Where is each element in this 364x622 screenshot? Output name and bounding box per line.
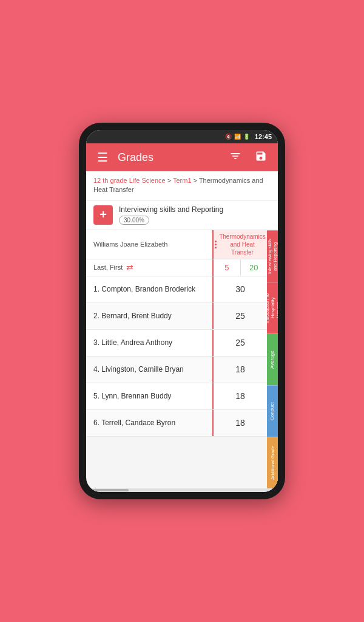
breadcrumb-term: Term1 [173,177,192,184]
phone-screen: 🔇 📶 🔋 12:45 ☰ Grades 12 th grade Life Sc… [86,130,278,492]
student-scores: 18 [212,383,267,409]
student-name: 4. Livingston, Camille Bryan [86,357,212,383]
column-options-button[interactable] [215,241,217,248]
tab-conduct[interactable]: Conduct [267,385,278,437]
student-name: 3. Little, Andrea Anthony [86,330,212,356]
student-name-header: Williams Joane Elizabeth [93,241,205,248]
battery-icon: 🔋 [243,134,250,140]
status-time: 12:45 [255,133,272,140]
table-row[interactable]: 4. Livingston, Camille Bryan 18 [86,357,267,383]
table-row[interactable]: 6. Terrell, Candace Byron 18 [86,410,267,437]
assignment-column-header: Thermodynamics and Heat Transfer [212,230,267,259]
student-score-value: 18 [214,410,267,436]
assignment-info: Interviewing skills and Reporting 30.00% [119,205,271,225]
column-header-row: Williams Joane Elizabeth Thermodynamics … [86,230,267,259]
assignment-header: + Interviewing skills and Reporting 30.0… [86,200,278,230]
breadcrumb-grade: 12 th grade Life Science [93,177,166,184]
breadcrumb-sep1: > [167,177,173,184]
student-name: 6. Terrell, Candace Byron [86,410,212,436]
horizontal-scrollbar[interactable] [86,488,278,492]
save-icon[interactable] [251,149,271,166]
tab-interviewing-skills[interactable]: Interviewing skills and Reporting [267,230,278,282]
student-scores: 30 [212,276,267,302]
score-header-cells: 5 20 [212,259,267,276]
table-row[interactable]: 2. Bernard, Brent Buddy 25 [86,303,267,330]
student-scores: 25 [212,330,267,356]
last-first-label: Last, First ⇄ [86,259,212,276]
sort-arrows-icon[interactable]: ⇄ [126,262,133,272]
mute-icon: 🔇 [225,134,232,140]
student-score-value: 18 [214,383,267,409]
student-score-value: 18 [214,357,267,383]
tab-hospitality[interactable]: Introduction To Hospitality Manage... [267,282,278,333]
score-header-1: 5 [214,259,240,276]
student-name: 2. Bernard, Brent Buddy [86,303,212,329]
app-title: Grades [118,151,220,164]
student-scores: 18 [212,410,267,436]
phone-device: 🔇 📶 🔋 12:45 ☰ Grades 12 th grade Life Sc… [79,123,285,499]
status-bar: 🔇 📶 🔋 12:45 [86,130,278,143]
student-scores: 18 [212,357,267,383]
table-row[interactable]: 5. Lynn, Brennan Buddy 18 [86,383,267,410]
assignment-percentage: 30.00% [119,216,149,225]
menu-icon[interactable]: ☰ [93,149,112,166]
right-tabs-panel: Interviewing skills and Reporting Introd… [267,230,278,488]
table-row[interactable]: 1. Compton, Brandon Broderick 30 [86,276,267,303]
student-score-value: 25 [214,330,267,356]
student-name: 5. Lynn, Brennan Buddy [86,383,212,409]
student-name: 1. Compton, Brandon Broderick [86,276,212,302]
student-scores: 25 [212,303,267,329]
assignment-col-title-text: Thermodynamics and Heat Transfer [219,233,266,256]
assignment-title: Interviewing skills and Reporting [119,205,271,214]
score-header-2: 20 [240,259,268,276]
signal-icon: 📶 [234,134,241,140]
table-scroll[interactable]: Williams Joane Elizabeth Thermodynamics … [86,230,267,488]
tab-additional-grade[interactable]: Additional Grade [267,437,278,488]
table-row[interactable]: 3. Little, Andrea Anthony 25 [86,330,267,357]
tab-average[interactable]: Average [267,333,278,385]
scroll-thumb [92,489,129,491]
student-column-header: Williams Joane Elizabeth [86,230,212,259]
filter-icon[interactable] [226,149,245,166]
student-score-value: 30 [214,276,267,302]
breadcrumb: 12 th grade Life Science > Term1 > Therm… [86,171,278,200]
student-score-value: 25 [214,303,267,329]
table-area: Williams Joane Elizabeth Thermodynamics … [86,230,278,488]
app-bar: ☰ Grades [86,143,278,171]
add-assignment-button[interactable]: + [93,205,113,225]
score-header-row: Last, First ⇄ 5 20 [86,259,267,276]
breadcrumb-sep2: > [194,177,199,184]
